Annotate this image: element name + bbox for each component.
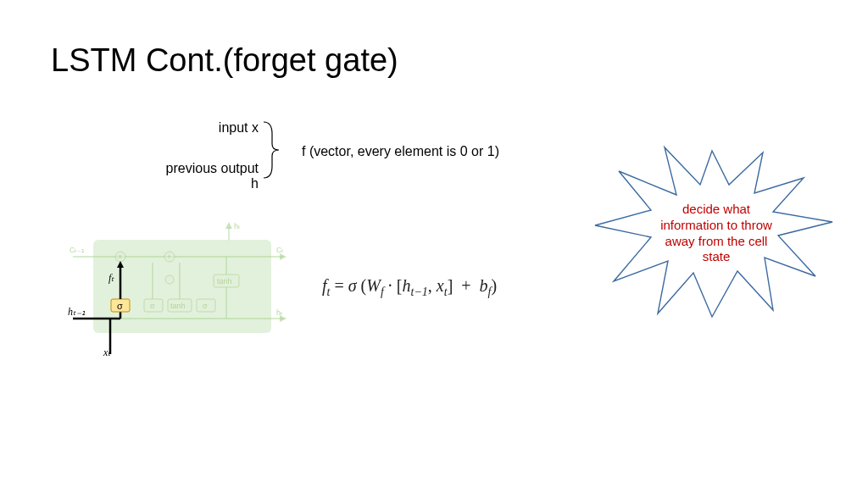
f-description: f (vector, every element is 0 or 1): [302, 144, 499, 159]
slide: LSTM Cont.(forget gate) input x previous…: [0, 0, 868, 488]
svg-marker-5: [280, 253, 287, 260]
sigma-label: σ: [117, 301, 123, 311]
brace-label-prev-h: previous output h: [157, 161, 259, 191]
svg-text:×: ×: [118, 252, 122, 261]
label-c-left: Cₜ₋₁: [70, 246, 86, 254]
brace-label-input-x: input x: [157, 120, 259, 136]
label-ht1: hₜ₋₁: [68, 306, 86, 318]
label-ht-right: hₜ: [276, 308, 283, 317]
starburst-text: decide what information to throw away fr…: [657, 202, 776, 265]
right-brace-icon: [260, 119, 282, 181]
svg-point-22: [165, 275, 174, 284]
label-tanh-out: tanh: [217, 277, 232, 286]
brace-group: input x previous output h: [157, 120, 326, 180]
label-xt: xₜ: [103, 347, 111, 358]
svg-text:σ: σ: [203, 302, 208, 310]
svg-text:+: +: [167, 252, 171, 261]
label-c-right: Cₜ: [276, 246, 285, 254]
svg-marker-2: [225, 222, 232, 229]
label-ht-top: hₜ: [234, 222, 241, 230]
slide-title: LSTM Cont.(forget gate): [51, 42, 398, 79]
label-ft: fₜ: [108, 272, 114, 284]
label-tanh-box: tanh: [170, 302, 186, 310]
forget-gate-equation: ft = σ (Wf · [ht−1, xt] + bf): [322, 276, 497, 299]
lstm-cell-diagram: hₜ Cₜ₋₁ Cₜ × + hₜ σ tanh σ: [68, 219, 288, 358]
svg-text:σ: σ: [150, 302, 155, 310]
